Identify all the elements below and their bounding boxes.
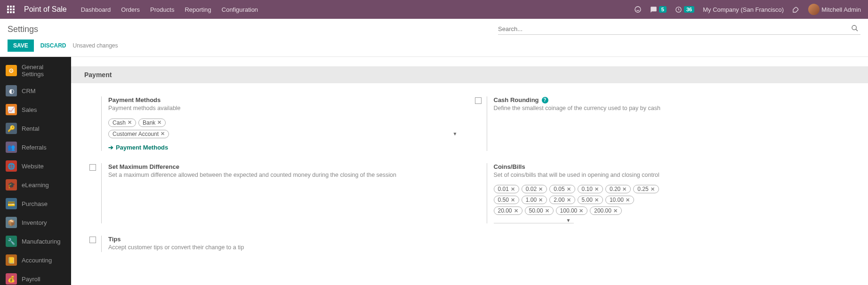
activities-badge: 36 [684, 6, 694, 13]
remove-icon[interactable]: ✕ [538, 186, 543, 192]
setting-title: Coins/Bills [494, 163, 846, 170]
sidebar-item-general-settings[interactable]: ⚙General Settings [0, 60, 71, 81]
search-box[interactable] [498, 24, 860, 35]
tag-coin[interactable]: 0.05✕ [549, 185, 575, 193]
remove-icon[interactable]: ✕ [511, 197, 515, 203]
remove-icon[interactable]: ✕ [595, 197, 599, 203]
messages-icon[interactable]: 5 [650, 6, 667, 13]
remove-icon[interactable]: ✕ [626, 197, 630, 203]
sidebar-item-rental[interactable]: 🔑Rental [0, 119, 71, 138]
setting-check [470, 96, 487, 151]
tag-coin[interactable]: 20.00✕ [494, 206, 522, 215]
sidebar-item-label: CRM [22, 87, 36, 95]
tag-coin[interactable]: 0.02✕ [522, 185, 547, 193]
payment-methods-link[interactable]: ➔ Payment Methods [108, 144, 168, 151]
page-title: Settings [8, 24, 38, 34]
nav-products[interactable]: Products [150, 6, 174, 13]
tag-coin[interactable]: 10.00✕ [605, 196, 634, 204]
search-icon[interactable] [849, 24, 860, 33]
sidebar-item-website[interactable]: 🌐Website [0, 157, 71, 175]
tag-coin[interactable]: 100.00✕ [556, 206, 588, 215]
sidebar-item-sales[interactable]: 📈Sales [0, 100, 71, 119]
support-icon[interactable] [634, 6, 642, 13]
messages-badge: 5 [659, 6, 667, 13]
checkbox-max-difference[interactable] [89, 164, 96, 171]
checkbox-cash-rounding[interactable] [475, 97, 482, 104]
sidebar-item-label: eLearning [22, 182, 49, 189]
tag-coin[interactable]: 2.00✕ [549, 196, 575, 204]
sidebar-item-elearning[interactable]: 🎓eLearning [0, 175, 71, 194]
sidebar-item-purchase[interactable]: 💳Purchase [0, 194, 71, 213]
remove-icon[interactable]: ✕ [613, 208, 618, 214]
company-switcher[interactable]: My Company (San Francisco) [703, 6, 784, 13]
apps-icon[interactable] [7, 6, 15, 13]
remove-icon[interactable]: ✕ [567, 186, 571, 192]
tag-coin[interactable]: 200.00✕ [590, 206, 622, 215]
setting-body: Cash Rounding ? Define the smallest coin… [487, 96, 846, 151]
coins-dropdown[interactable]: ▼ [494, 218, 574, 223]
nav-configuration[interactable]: Configuration [222, 6, 258, 13]
tag-coin[interactable]: 1.00✕ [522, 196, 547, 204]
remove-icon[interactable]: ✕ [651, 186, 655, 192]
activities-icon[interactable]: 36 [675, 6, 694, 13]
sidebar-item-label: Rental [22, 125, 40, 132]
remove-icon[interactable]: ✕ [128, 119, 132, 126]
sidebar-item-accounting[interactable]: 📒Accounting [0, 251, 71, 269]
discard-button[interactable]: DISCARD [40, 42, 66, 49]
remove-icon[interactable]: ✕ [595, 186, 599, 192]
setting-body: Tips Accept customer tips or convert the… [101, 236, 460, 252]
tag-coin[interactable]: 0.01✕ [494, 185, 519, 193]
remove-icon[interactable]: ✕ [161, 131, 165, 137]
dropdown-caret-icon[interactable]: ▼ [563, 218, 574, 223]
sidebar-item-referrals[interactable]: 👥Referrals [0, 138, 71, 157]
setting-check-placeholder [470, 163, 487, 224]
setting-desc: Set of coins/bills that will be used in … [494, 171, 846, 180]
tag-coin[interactable]: 0.20✕ [605, 185, 631, 193]
save-button[interactable]: SAVE [8, 40, 34, 52]
dropdown-caret-icon[interactable]: ▼ [450, 131, 460, 136]
tag-coin[interactable]: 5.00✕ [578, 196, 603, 204]
app-brand[interactable]: Point of Sale [24, 5, 67, 14]
remove-icon[interactable]: ✕ [567, 197, 571, 203]
tag-cash[interactable]: Cash✕ [108, 119, 136, 127]
setting-cash-rounding: Cash Rounding ? Define the smallest coin… [470, 93, 855, 159]
setting-coins-bills: Coins/Bills Set of coins/bills that will… [470, 159, 855, 232]
tag-coin[interactable]: 0.10✕ [578, 185, 603, 193]
nav-dashboard[interactable]: Dashboard [81, 6, 111, 13]
remove-icon[interactable]: ✕ [157, 119, 161, 126]
nav-orders[interactable]: Orders [121, 6, 140, 13]
book-icon: 📒 [6, 254, 17, 266]
remove-icon[interactable]: ✕ [538, 197, 543, 203]
tag-coin[interactable]: 0.25✕ [633, 185, 659, 193]
tag-coin[interactable]: 0.50✕ [494, 196, 519, 204]
sidebar-item-manufacturing[interactable]: 🔧Manufacturing [0, 232, 71, 251]
setting-check [84, 163, 101, 224]
remove-icon[interactable]: ✕ [622, 186, 627, 192]
wrench-icon: 🔧 [6, 236, 17, 247]
sidebar-item-crm[interactable]: ◐CRM [0, 81, 71, 100]
main-area: ⚙General Settings ◐CRM 📈Sales 🔑Rental 👥R… [0, 56, 868, 285]
debug-icon[interactable] [792, 6, 800, 13]
user-menu[interactable]: Mitchell Admin [808, 4, 861, 15]
sidebar-item-payroll[interactable]: 💰Payroll [0, 269, 71, 285]
checkbox-tips[interactable] [89, 237, 96, 243]
search-input[interactable] [498, 24, 849, 34]
handshake-icon: ◐ [6, 85, 17, 96]
remove-icon[interactable]: ✕ [545, 208, 549, 214]
sidebar-item-inventory[interactable]: 📦Inventory [0, 213, 71, 232]
top-navbar: Point of Sale Dashboard Orders Products … [0, 0, 868, 19]
remove-icon[interactable]: ✕ [514, 208, 518, 214]
sidebar-item-label: General Settings [22, 63, 65, 78]
sidebar-item-label: Inventory [22, 219, 47, 226]
tag-bank[interactable]: Bank✕ [138, 119, 166, 127]
tag-customer-account[interactable]: Customer Account✕ [108, 130, 169, 138]
coins-tags: 0.01✕0.02✕0.05✕0.10✕0.20✕0.25✕0.50✕1.00✕… [494, 185, 663, 215]
tag-coin[interactable]: 50.00✕ [525, 206, 554, 215]
setting-body: Set Maximum Difference Set a maximum dif… [101, 163, 460, 224]
card-icon: 💳 [6, 198, 17, 209]
help-icon[interactable]: ? [542, 97, 548, 103]
nav-reporting[interactable]: Reporting [185, 6, 211, 13]
remove-icon[interactable]: ✕ [579, 208, 583, 214]
remove-icon[interactable]: ✕ [511, 186, 515, 192]
graduation-icon: 🎓 [6, 179, 17, 190]
